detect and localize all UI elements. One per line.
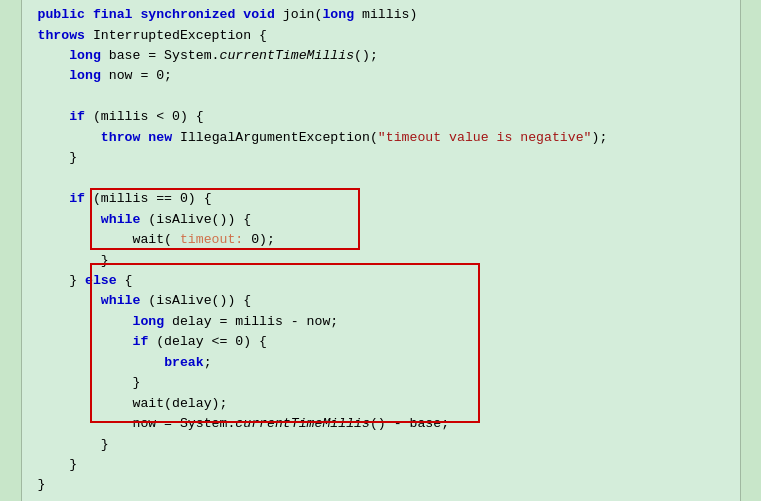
code-line-15: while (isAlive()) { [38, 291, 724, 311]
code-line-12: wait( timeout: 0); [38, 230, 724, 250]
code-line-2: throws InterruptedException { [38, 26, 724, 46]
code-line-24: } [38, 475, 724, 495]
code-line-7: throw new IllegalArgumentException("time… [38, 128, 724, 148]
code-line-6: if (millis < 0) { [38, 107, 724, 127]
code-line-22: } [38, 435, 724, 455]
code-line-5 [38, 87, 724, 107]
code-line-3: long base = System.currentTimeMillis(); [38, 46, 724, 66]
code-line-8: } [38, 148, 724, 168]
code-line-13: } [38, 251, 724, 271]
code-line-10: if (millis == 0) { [38, 189, 724, 209]
code-line-16: long delay = millis - now; [38, 312, 724, 332]
code-line-17: if (delay <= 0) { [38, 332, 724, 352]
code-line-21: now = System.currentTimeMillis() - base; [38, 414, 724, 434]
code-line-11: while (isAlive()) { [38, 210, 724, 230]
code-line-20: wait(delay); [38, 394, 724, 414]
code-line-1: public final synchronized void join(long… [38, 5, 724, 25]
code-line-14: } else { [38, 271, 724, 291]
code-line-9 [38, 169, 724, 189]
code-line-4: long now = 0; [38, 66, 724, 86]
code-block: public final synchronized void join(long… [21, 0, 741, 501]
code-line-19: } [38, 373, 724, 393]
code-line-23: } [38, 455, 724, 475]
code-line-18: break; [38, 353, 724, 373]
